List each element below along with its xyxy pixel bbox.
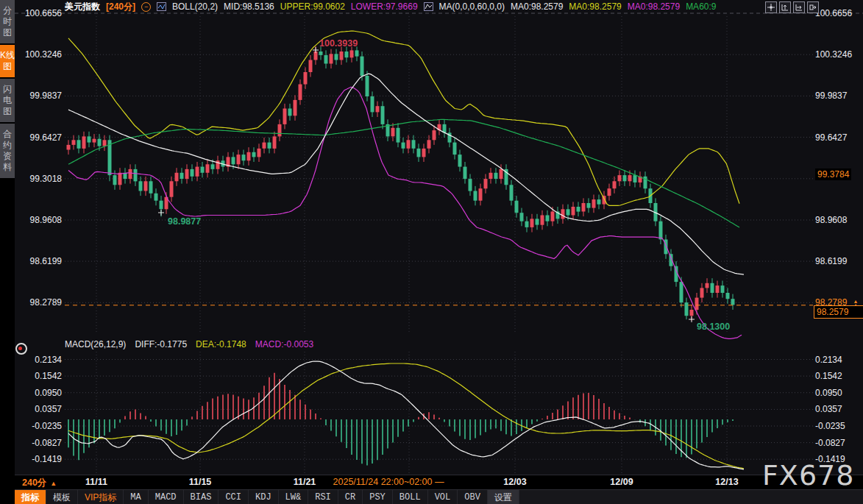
kline-chart-surface[interactable]: 100.393998.987798.1300 <box>0 0 863 504</box>
svg-text:100.3939: 100.3939 <box>319 38 358 49</box>
ma0-magenta-value: MA0:98.2579 <box>628 1 680 12</box>
price-axis-label: 99.3018 <box>15 174 62 184</box>
symbol-title: 美元指数 <box>65 1 100 13</box>
current-price-tag: 98.2579 <box>814 305 863 319</box>
toolbar-item-[interactable]: 模板 <box>46 490 78 504</box>
sidebar-tab-flash-chart[interactable]: 闪电图 <box>0 79 15 122</box>
macd-axis-label: 0.0357 <box>815 404 842 414</box>
circle-minus-icon[interactable]: − <box>141 2 151 12</box>
macd-axis-label: 0.0357 <box>15 404 62 414</box>
zoom-axis-right-icon[interactable] <box>793 1 805 13</box>
period-label[interactable]: [240分] <box>106 1 135 13</box>
x-axis-date-label: 11/11 <box>85 477 107 487</box>
ma0-yellow-value: MA0:98.2579 <box>569 1 621 12</box>
macd-axis-label: 0.0950 <box>15 388 62 398</box>
toolbar-item-macd[interactable]: MACD <box>149 490 184 504</box>
toolbar-item-boll[interactable]: BOLL <box>393 490 428 504</box>
ma0-white-value: MA0:98.2579 <box>511 1 563 12</box>
crosshair-icon[interactable] <box>765 1 777 13</box>
x-axis-date-label: 11/21 <box>294 477 316 487</box>
macd-axis-label: -0.0827 <box>815 438 845 448</box>
boll-lower-value: LOWER:97.9669 <box>351 1 418 12</box>
macd-params-label: MACD(26,12,9) <box>65 339 126 349</box>
chart-toolbar-icons <box>765 1 819 13</box>
macd-dea-value: DEA:-0.1748 <box>196 339 246 349</box>
chevron-up-icon: ▲ <box>50 480 57 487</box>
toolbar-item-kdj[interactable]: KDJ <box>249 490 279 504</box>
sidebar-tab-time-chart[interactable]: 分时图 <box>0 0 15 43</box>
macd-axis-label: -0.1419 <box>15 454 62 464</box>
macd-header: MACD(26,12,9) DIFF:-0.1775 DEA:-0.1748 M… <box>65 338 313 350</box>
price-axis-label: 98.9608 <box>15 215 62 225</box>
toolbar-item-vip[interactable]: VIP指标 <box>78 490 124 504</box>
svg-text:98.1300: 98.1300 <box>697 322 730 332</box>
boll-params-label: BOLL(20,2) <box>172 1 218 12</box>
price-axis-label: 100.3246 <box>15 49 62 60</box>
sidebar-tab-kline-chart[interactable]: K线图 <box>0 45 15 77</box>
price-axis-label: 99.6427 <box>815 132 847 143</box>
indicator-header: 美元指数 [240分] − BOLL(20,2) MID:98.5136 UPP… <box>15 0 863 13</box>
chart-application-window: 100.393998.987798.1300 分时图 K线图 闪电图 合约资料 … <box>0 0 863 504</box>
x-axis-date-label: 11/15 <box>189 477 212 487</box>
price-axis-label: 99.9837 <box>815 90 847 101</box>
pane-record-icon[interactable] <box>15 343 27 355</box>
boll-mid-value: MID:98.5136 <box>224 1 274 12</box>
x-axis-date-label: 12/03 <box>503 477 526 487</box>
price-axis-label: 98.2789 <box>15 297 62 308</box>
x-axis-date-label: 12/13 <box>715 477 738 487</box>
toolbar-item-bias[interactable]: BIAS <box>184 490 219 504</box>
toolbar-item-vol[interactable]: VOL <box>428 490 458 504</box>
macd-axis-label: -0.0235 <box>815 421 845 431</box>
price-axis-label: 98.9608 <box>815 215 847 225</box>
ma-indicator-icon[interactable] <box>424 2 433 11</box>
sidebar-tab-contract-info[interactable]: 合约资料 <box>0 124 15 178</box>
price-axis-label: 98.6199 <box>815 256 847 266</box>
x-axis-row: 240分▲ 11/1111/1511/2112/0312/0912/13 202… <box>15 475 863 490</box>
macd-diff-value: DIFF:-0.1775 <box>135 339 187 349</box>
boll-upper-value: UPPER:99.0602 <box>280 1 345 12</box>
macd-axis-label: 0.2134 <box>815 355 842 365</box>
toolbar-item-cr[interactable]: CR <box>338 490 363 504</box>
toolbar-item-ma[interactable]: MA <box>124 490 148 504</box>
toolbar-item-cci[interactable]: CCI <box>219 490 249 504</box>
toolbar-item-lw[interactable]: LW& <box>279 490 309 504</box>
macd-axis-label: 0.2134 <box>15 355 62 365</box>
macd-axis-label: 0.1542 <box>815 371 842 381</box>
price-axis-label: 100.3246 <box>815 49 852 60</box>
ma60-green-value: MA60:9 <box>686 1 716 12</box>
x-axis-date-label: 12/09 <box>610 477 633 487</box>
macd-axis-label: -0.0827 <box>15 438 62 448</box>
prev-close-price-tag: 99.3784 <box>815 168 851 180</box>
price-axis-label: 99.6427 <box>15 132 62 143</box>
toolbar-item-psy[interactable]: PSY <box>363 490 393 504</box>
sidebar: 分时图 K线图 闪电图 合约资料 <box>0 0 15 504</box>
toolbar-item-obv[interactable]: OBV <box>458 490 488 504</box>
pan-right-icon[interactable] <box>807 1 819 13</box>
macd-axis-label: -0.0235 <box>15 421 62 431</box>
price-axis-label: 98.6199 <box>15 256 62 266</box>
macd-macd-value: MACD:-0.0053 <box>255 339 313 349</box>
boll-indicator-icon[interactable] <box>157 2 166 11</box>
watermark: FX678 <box>762 459 854 491</box>
toolbar-item-[interactable]: 指标 <box>15 490 46 504</box>
svg-text:98.9877: 98.9877 <box>168 216 201 227</box>
timeframe-selector[interactable]: 240分▲ <box>22 477 57 489</box>
macd-axis-label: 0.1542 <box>15 371 62 381</box>
toolbar-item-rsi[interactable]: RSI <box>308 490 338 504</box>
indicator-toolbar: 指标模板VIP指标MAMACDBIASCCIKDJLW&RSICRPSYBOLL… <box>15 489 863 504</box>
macd-axis-label: 0.0950 <box>815 388 842 398</box>
selected-range-label: 2025/11/24 22:00~02:00 — <box>330 477 447 487</box>
toolbar-item-[interactable]: 设置 <box>488 490 519 504</box>
zoom-axis-up-icon[interactable] <box>779 1 791 13</box>
ma-params-label: MA(0,0,0,60,0,0) <box>439 1 505 12</box>
price-axis-label: 99.9837 <box>15 90 62 101</box>
